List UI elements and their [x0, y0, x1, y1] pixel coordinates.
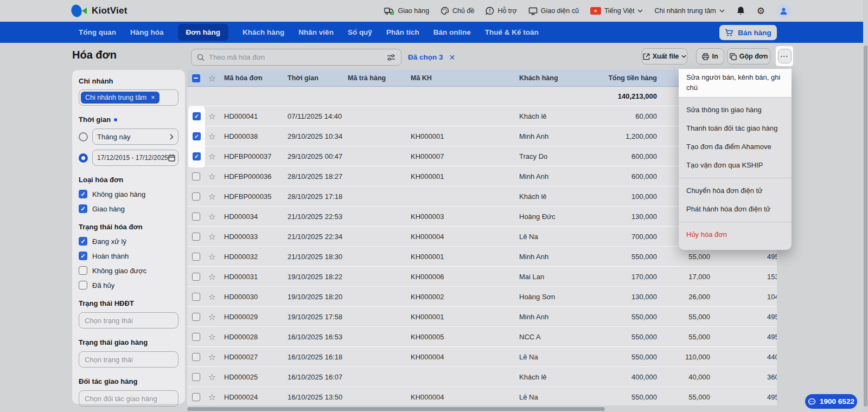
merge-orders-button[interactable]: Gộp đơn: [727, 48, 770, 65]
column-header[interactable]: Khách hàng: [515, 70, 604, 86]
table-row[interactable]: ☆HD00003019/10/2025 18:20KH000002Hoàng S…: [187, 287, 777, 307]
row-checkbox[interactable]: [192, 353, 200, 361]
table-row[interactable]: ☆HD00003119/10/2025 18:22KH000006Mai Lan…: [187, 267, 777, 287]
more-actions-button[interactable]: ···: [778, 49, 792, 63]
nav-tong-quan[interactable]: Tổng quan: [79, 28, 116, 36]
filter-sliders-icon[interactable]: [387, 54, 395, 61]
nav-phan-tich[interactable]: Phân tích: [386, 28, 419, 36]
favorite-star-icon[interactable]: ☆: [208, 272, 216, 282]
time-preset-radio[interactable]: [79, 132, 88, 141]
support-chat-button[interactable]: 1900 6522: [805, 394, 857, 409]
row-checkbox[interactable]: [192, 333, 200, 341]
branch-chip[interactable]: Chi nhánh trung tâm×: [81, 92, 159, 104]
checkbox-unchecked[interactable]: [79, 266, 87, 275]
language-selector[interactable]: ★ Tiếng Việt: [590, 7, 643, 15]
horizontal-scrollbar[interactable]: [187, 407, 605, 411]
chip-remove-icon[interactable]: ×: [151, 94, 155, 101]
checkbox-unchecked[interactable]: [79, 281, 87, 289]
checkbox-checked[interactable]: ✓: [79, 204, 87, 213]
checkbox-checked[interactable]: ✓: [79, 237, 87, 246]
search-input[interactable]: Theo mã hóa đơn: [191, 49, 401, 66]
favorite-star-icon[interactable]: ☆: [208, 231, 216, 242]
menu-item[interactable]: Thanh toán đối tác giao hàng: [679, 119, 792, 138]
row-checkbox-checked[interactable]: ✓: [193, 112, 201, 120]
nav-nhan-vien[interactable]: Nhân viên: [298, 28, 334, 36]
favorite-star-icon[interactable]: ☆: [208, 171, 216, 182]
filter-da-huy[interactable]: Đã hủy: [79, 281, 178, 289]
menu-item[interactable]: Hủy hóa đơn: [679, 226, 792, 244]
einvoice-status-select[interactable]: Chọn trạng thái: [79, 312, 178, 329]
menu-item[interactable]: Tạo đơn đa điểm Ahamove: [679, 138, 792, 156]
row-checkbox[interactable]: [192, 213, 200, 221]
menu-item[interactable]: Tạo vận đơn qua KSHIP: [679, 156, 792, 175]
favorite-star-icon[interactable]: ☆: [208, 292, 216, 302]
table-row[interactable]: ☆HD00002516/10/2025 16:07Khách lẻ400,000…: [187, 367, 777, 387]
filter-khong-giao-hang[interactable]: ✓Không giao hàng: [79, 190, 178, 198]
filter-dang-xu-ly[interactable]: ✓Đang xử lý: [79, 237, 178, 246]
favorite-star-icon[interactable]: ☆: [208, 392, 216, 402]
favorite-star-icon[interactable]: ☆: [208, 332, 216, 342]
table-row[interactable]: ☆HD00002416/10/2025 13:50KH000004Lê Na55…: [187, 387, 777, 405]
row-checkbox-checked[interactable]: ✓: [193, 132, 201, 140]
nav-khach-hang[interactable]: Khách hàng: [242, 28, 284, 36]
table-row[interactable]: ☆HD00002816/10/2025 16:53KH000005NCC A55…: [187, 327, 777, 347]
gear-icon[interactable]: ⚙: [757, 5, 765, 16]
favorite-star-icon[interactable]: ☆: [208, 352, 216, 362]
bell-icon[interactable]: [736, 6, 745, 16]
table-row[interactable]: ☆HD00002919/10/2025 17:58KH000001Minh An…: [187, 307, 777, 327]
selected-count-chip[interactable]: Đã chọn 3 ✕: [408, 49, 455, 66]
row-checkbox[interactable]: [192, 233, 200, 241]
favorite-star-icon[interactable]: ☆: [208, 131, 216, 141]
topbar-link-giao-hang[interactable]: Giao hàng: [384, 7, 429, 15]
favorite-star-icon[interactable]: ☆: [208, 312, 216, 322]
sell-button[interactable]: Bán hàng: [719, 25, 777, 40]
row-checkbox-checked[interactable]: ✓: [193, 152, 201, 160]
row-checkbox[interactable]: [192, 373, 200, 381]
vertical-scrollbar[interactable]: [864, 46, 867, 407]
row-checkbox[interactable]: [192, 273, 200, 281]
filter-hoan-thanh[interactable]: ✓Hoàn thành: [79, 252, 178, 260]
column-header[interactable]: Mã hóa đơn: [220, 70, 283, 86]
favorite-star-icon[interactable]: ☆: [208, 211, 216, 222]
topbar-link-ho-tro[interactable]: Hỗ trợ: [486, 7, 516, 15]
favorite-star-icon[interactable]: ☆: [208, 111, 216, 121]
column-header[interactable]: Tổng tiền hàng: [604, 70, 661, 86]
filter-khong-giao-duoc[interactable]: Không giao được: [79, 266, 178, 275]
avatar[interactable]: [776, 4, 791, 18]
time-range-radio[interactable]: [79, 153, 88, 163]
delivery-partner-select[interactable]: Chọn đối tác giao hàng: [79, 390, 178, 407]
branch-selector[interactable]: Chi nhánh trung tâm: [654, 7, 724, 15]
clear-selection-icon[interactable]: ✕: [449, 53, 456, 62]
column-header[interactable]: Mã trả hàng: [343, 70, 406, 86]
column-header[interactable]: Thời gian: [283, 70, 343, 86]
delivery-status-select[interactable]: Chọn trạng thái: [79, 351, 178, 368]
brand-logo[interactable]: KiotViet: [71, 0, 127, 22]
row-checkbox[interactable]: [192, 313, 200, 321]
print-button[interactable]: In: [696, 48, 724, 65]
menu-item[interactable]: Sửa thông tin giao hàng: [679, 101, 792, 119]
branch-filter-input[interactable]: Chi nhánh trung tâm×: [79, 89, 178, 106]
column-header[interactable]: Mã KH: [406, 70, 515, 86]
favorite-star-icon[interactable]: ☆: [208, 151, 216, 162]
nav-thue-ke-toan[interactable]: Thuế & Kế toán: [485, 28, 539, 36]
row-checkbox[interactable]: [192, 253, 200, 261]
row-checkbox[interactable]: [192, 393, 200, 401]
row-checkbox[interactable]: [192, 172, 200, 181]
nav-don-hang[interactable]: Đơn hàng: [178, 24, 229, 41]
nav-so-quy[interactable]: Sổ quỹ: [348, 28, 372, 36]
time-range-input[interactable]: 17/12/2015 - 17/12/2025: [92, 150, 178, 166]
topbar-link-chu-de[interactable]: Chủ đề: [441, 7, 474, 15]
menu-item[interactable]: Phát hành hóa đơn điện tử: [679, 200, 792, 218]
favorite-star-icon[interactable]: ☆: [208, 372, 216, 382]
favorite-star-icon[interactable]: ☆: [208, 252, 216, 262]
menu-item[interactable]: Chuyển hóa đơn điện tử: [679, 182, 792, 200]
menu-item-highlighted[interactable]: Sửa người bán, kênh bán, ghi chú: [679, 69, 792, 97]
row-checkbox[interactable]: [192, 293, 200, 301]
topbar-link-giao-dien-cu[interactable]: Giao diện cũ: [528, 7, 579, 15]
table-row[interactable]: ☆HD00002716/10/2025 16:18KH000004Lê Na55…: [187, 347, 777, 367]
row-checkbox[interactable]: [192, 192, 200, 201]
checkbox-checked[interactable]: ✓: [79, 252, 87, 260]
filter-giao-hang[interactable]: ✓Giao hàng: [79, 204, 178, 213]
checkbox-checked[interactable]: ✓: [79, 190, 87, 198]
export-file-button[interactable]: Xuất file: [642, 48, 687, 65]
